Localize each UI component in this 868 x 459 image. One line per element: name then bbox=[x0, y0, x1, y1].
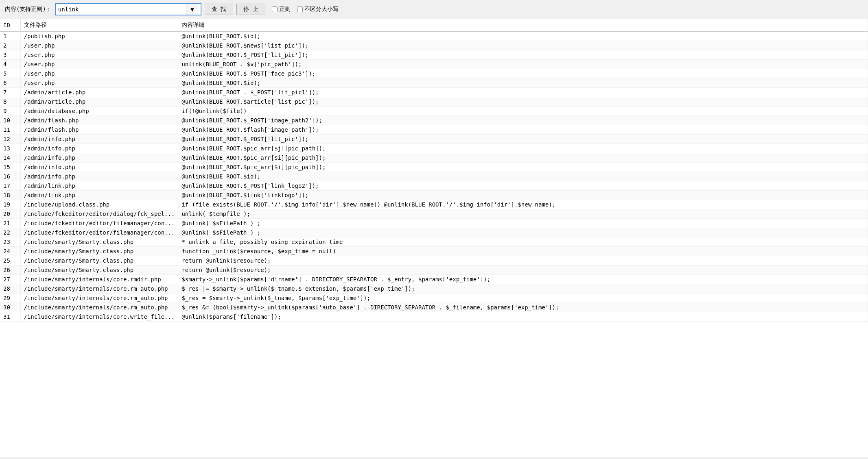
table-row[interactable]: 4/user.phpunlink(BLUE_ROOT . $v['pic_pat… bbox=[0, 60, 868, 69]
cell-path: /include/fckeditor/editor/dialog/fck_spe… bbox=[20, 209, 178, 219]
table-row[interactable]: 13/admin/info.php@unlink(BLUE_ROOT.$pic_… bbox=[0, 144, 868, 153]
table-row[interactable]: 16/admin/info.php@unlink(BLUE_ROOT.$id); bbox=[0, 172, 868, 181]
table-row[interactable]: 25/include/smarty/Smarty.class.phpreturn… bbox=[0, 256, 868, 265]
cell-path: /include/smarty/Smarty.class.php bbox=[20, 247, 178, 256]
table-row[interactable]: 21/include/fckeditor/editor/filemanager/… bbox=[0, 219, 868, 228]
regex-checkbox[interactable] bbox=[272, 7, 278, 12]
cell-path: /publish.php bbox=[20, 32, 178, 41]
table-row[interactable]: 24/include/smarty/Smarty.class.phpfuncti… bbox=[0, 247, 868, 256]
case-checkbox[interactable] bbox=[297, 7, 303, 12]
table-row[interactable]: 2/user.php@unlink(BLUE_ROOT.$news['list_… bbox=[0, 41, 868, 50]
cell-id: 5 bbox=[0, 69, 20, 78]
cell-content: @unlink(BLUE_ROOT.$news['list_pic']); bbox=[178, 41, 868, 50]
results-table-container: ID 文件路径 内容详细 1/publish.php@unlink(BLUE_R… bbox=[0, 19, 868, 457]
table-row[interactable]: 15/admin/info.php@unlink(BLUE_ROOT.$pic_… bbox=[0, 163, 868, 172]
search-input[interactable] bbox=[56, 4, 186, 15]
table-row[interactable]: 31/include/smarty/internals/core.write_f… bbox=[0, 312, 868, 322]
cell-path: /include/upload.class.php bbox=[20, 200, 178, 209]
cell-id: 19 bbox=[0, 200, 20, 209]
cell-path: /admin/article.php bbox=[20, 88, 178, 97]
table-row[interactable]: 6/user.php@unlink(BLUE_ROOT.$id); bbox=[0, 78, 868, 88]
table-row[interactable]: 18/admin/link.php@unlink(BLUE_ROOT.$link… bbox=[0, 191, 868, 200]
results-table: ID 文件路径 内容详细 1/publish.php@unlink(BLUE_R… bbox=[0, 19, 868, 322]
cell-content: function _unlink($resource, $exp_time = … bbox=[178, 247, 868, 256]
cell-path: /admin/info.php bbox=[20, 135, 178, 144]
cell-path: /user.php bbox=[20, 60, 178, 69]
table-row[interactable]: 9/admin/database.phpif(!@unlink($file)) bbox=[0, 107, 868, 116]
cell-id: 23 bbox=[0, 237, 20, 247]
cell-path: /admin/link.php bbox=[20, 191, 178, 200]
stop-button[interactable]: 停 止 bbox=[236, 4, 265, 15]
table-row[interactable]: 28/include/smarty/internals/core.rm_auto… bbox=[0, 284, 868, 294]
cell-content: @unlink( $sFilePath ) ; bbox=[178, 219, 868, 228]
cell-path: /include/smarty/internals/core.rm_auto.p… bbox=[20, 284, 178, 294]
cell-content: @unlink(BLUE_ROOT.$pic_arr[$i][pic_path]… bbox=[178, 153, 868, 163]
table-row[interactable]: 20/include/fckeditor/editor/dialog/fck_s… bbox=[0, 209, 868, 219]
table-row[interactable]: 19/include/upload.class.phpif (file_exis… bbox=[0, 200, 868, 209]
cell-path: /include/smarty/Smarty.class.php bbox=[20, 256, 178, 265]
table-row[interactable]: 1/publish.php@unlink(BLUE_ROOT.$id); bbox=[0, 32, 868, 41]
table-row[interactable]: 23/include/smarty/Smarty.class.php* unli… bbox=[0, 237, 868, 247]
cell-path: /user.php bbox=[20, 41, 178, 50]
cell-id: 28 bbox=[0, 284, 20, 294]
find-button[interactable]: 查 找 bbox=[205, 4, 233, 15]
cell-path: /include/smarty/internals/core.rmdir.php bbox=[20, 275, 178, 284]
cell-content: @unlink(BLUE_ROOT.$flash['image_path']); bbox=[178, 125, 868, 135]
cell-id: 16 bbox=[0, 172, 20, 181]
table-row[interactable]: 27/include/smarty/internals/core.rmdir.p… bbox=[0, 275, 868, 284]
cell-content: @unlink(BLUE_ROOT.$id); bbox=[178, 32, 868, 41]
table-row[interactable]: 17/admin/link.php@unlink(BLUE_ROOT.$_POS… bbox=[0, 181, 868, 191]
table-row[interactable]: 8/admin/article.php@unlink(BLUE_ROOT.$ar… bbox=[0, 97, 868, 107]
cell-content: @unlink(BLUE_ROOT.$id); bbox=[178, 78, 868, 88]
dropdown-arrow-icon[interactable]: ▼ bbox=[186, 4, 198, 15]
cell-id: 17 bbox=[0, 181, 20, 191]
table-row[interactable]: 12/admin/info.php@unlink(BLUE_ROOT.$_POS… bbox=[0, 135, 868, 144]
cell-path: /include/smarty/Smarty.class.php bbox=[20, 237, 178, 247]
search-input-wrapper: ▼ bbox=[55, 3, 201, 15]
cell-path: /user.php bbox=[20, 69, 178, 78]
cell-path: /admin/info.php bbox=[20, 144, 178, 153]
regex-option[interactable]: 正则 bbox=[272, 6, 291, 13]
cell-id: 6 bbox=[0, 78, 20, 88]
cell-id: 18 bbox=[0, 191, 20, 200]
cell-content: $_res &= (bool)$smarty->_unlink($params[… bbox=[178, 303, 868, 312]
cell-content: @unlink(BLUE_ROOT.$_POST['link_logo2']); bbox=[178, 181, 868, 191]
cell-id: 29 bbox=[0, 294, 20, 303]
cell-path: /admin/database.php bbox=[20, 107, 178, 116]
cell-id: 25 bbox=[0, 256, 20, 265]
table-row[interactable]: 26/include/smarty/Smarty.class.phpreturn… bbox=[0, 265, 868, 275]
header-id: ID bbox=[0, 19, 20, 32]
cell-id: 13 bbox=[0, 144, 20, 153]
header-content: 内容详细 bbox=[178, 19, 868, 32]
cell-id: 2 bbox=[0, 41, 20, 50]
cell-content: @unlink(BLUE_ROOT.$pic_arr[$j][pic_path]… bbox=[178, 144, 868, 153]
cell-content: @unlink(BLUE_ROOT.$_POST['image_path2'])… bbox=[178, 116, 868, 125]
cell-path: /include/smarty/Smarty.class.php bbox=[20, 265, 178, 275]
table-row[interactable]: 5/user.php@unlink(BLUE_ROOT.$_POST['face… bbox=[0, 69, 868, 78]
cell-content: @unlink(BLUE_ROOT.$pic_arr[$i][pic_path]… bbox=[178, 163, 868, 172]
cell-content: @unlink(BLUE_ROOT.$_POST['face_pic3']); bbox=[178, 69, 868, 78]
table-row[interactable]: 29/include/smarty/internals/core.rm_auto… bbox=[0, 294, 868, 303]
cell-id: 3 bbox=[0, 50, 20, 60]
table-row[interactable]: 10/admin/flash.php@unlink(BLUE_ROOT.$_PO… bbox=[0, 116, 868, 125]
cell-content: @unlink(BLUE_ROOT.$article['list_pic']); bbox=[178, 97, 868, 107]
cell-id: 31 bbox=[0, 312, 20, 322]
cell-content: $_res |= $smarty->_unlink($_tname.$_exte… bbox=[178, 284, 868, 294]
cell-id: 10 bbox=[0, 116, 20, 125]
table-row[interactable]: 11/admin/flash.php@unlink(BLUE_ROOT.$fla… bbox=[0, 125, 868, 135]
cell-id: 14 bbox=[0, 153, 20, 163]
cell-content: @unlink(BLUE_ROOT.$_POST['lit_pic']); bbox=[178, 50, 868, 60]
case-option[interactable]: 不区分大小写 bbox=[297, 6, 339, 13]
cell-id: 4 bbox=[0, 60, 20, 69]
table-row[interactable]: 3/user.php@unlink(BLUE_ROOT.$_POST['lit_… bbox=[0, 50, 868, 60]
cell-content: if (file_exists(BLUE_ROOT.'/'.$img_info[… bbox=[178, 200, 868, 209]
table-row[interactable]: 30/include/smarty/internals/core.rm_auto… bbox=[0, 303, 868, 312]
cell-content: unlink(BLUE_ROOT . $v['pic_path']); bbox=[178, 60, 868, 69]
cell-path: /admin/info.php bbox=[20, 172, 178, 181]
cell-id: 12 bbox=[0, 135, 20, 144]
cell-path: /admin/flash.php bbox=[20, 116, 178, 125]
table-row[interactable]: 22/include/fckeditor/editor/filemanager/… bbox=[0, 228, 868, 237]
table-row[interactable]: 14/admin/info.php@unlink(BLUE_ROOT.$pic_… bbox=[0, 153, 868, 163]
table-row[interactable]: 7/admin/article.php@unlink(BLUE_ROOT . $… bbox=[0, 88, 868, 97]
cell-content: if(!@unlink($file)) bbox=[178, 107, 868, 116]
